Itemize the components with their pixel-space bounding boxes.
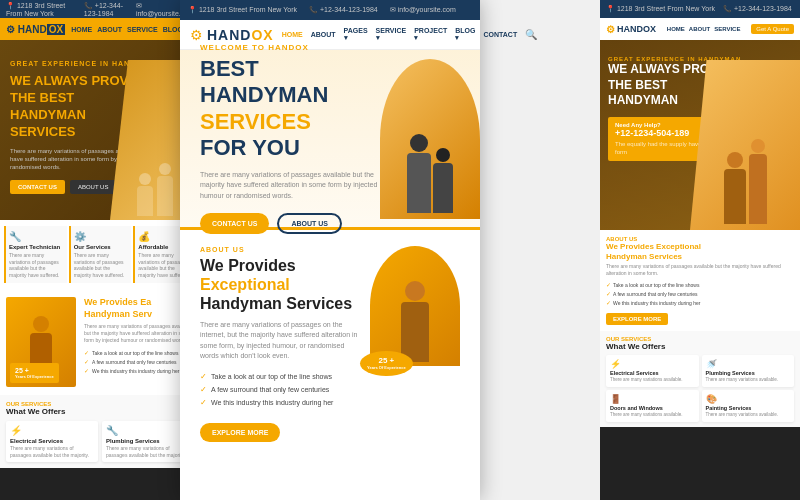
about-checklist-right: Take a look at our top of the line shows…	[606, 280, 794, 307]
nav-about-right[interactable]: ABOUT	[689, 26, 710, 32]
nav-links-right: HOME ABOUT SERVICE	[667, 26, 741, 32]
gear-icon-right: ⚙	[606, 24, 615, 35]
nav-links-center: HOME ABOUT PAGES ▾ SERVICE ▾ PROJECT ▾ B…	[282, 27, 538, 42]
feature-2-title-left: Our Services	[74, 244, 129, 250]
feature-1-desc-left: There are many variations of passages av…	[9, 252, 64, 278]
about-btn-left[interactable]: ABOUT US	[70, 180, 117, 194]
contact-btn-center[interactable]: CONTACT US	[200, 213, 269, 234]
nav-service-right[interactable]: SERVICE	[714, 26, 740, 32]
nav-service-left[interactable]: SERVICE	[127, 26, 158, 33]
contact-btn-left[interactable]: CONTACT US	[10, 180, 65, 194]
about-headline-right: We Provides Exceptional Handyman Service…	[606, 242, 794, 261]
nav-about-left[interactable]: ABOUT	[97, 26, 122, 33]
nav-bar-right: ⚙ HANDOX HOME ABOUT SERVICE Get A Quote	[600, 18, 800, 40]
feature-1-title-left: Expert Technician	[9, 244, 64, 250]
nav-home-center[interactable]: HOME	[282, 31, 303, 38]
top-bar-center: 📍 1218 3rd Street From New York 📞 +12-34…	[180, 0, 480, 20]
offers-grid-left: ⚡ Electrical Services There are many var…	[6, 421, 194, 462]
hero-workers-right	[690, 60, 800, 230]
nav-project-center[interactable]: PROJECT ▾	[414, 27, 447, 42]
about-desc-right: There are many variations of passages av…	[606, 263, 794, 277]
nav-service-center[interactable]: SERVICE ▾	[376, 27, 407, 42]
feature-2-desc-left: There are many variations of passages av…	[74, 252, 129, 278]
offer-2-title-left: Plumbing Services	[106, 438, 190, 444]
feature-2-left: ⚙️ Our Services There are many variation…	[69, 226, 132, 283]
experience-badge-left: 25 + Years Of Experience	[10, 363, 59, 383]
nav-contact-center[interactable]: CONTACT	[483, 31, 517, 38]
about-center: 25 + Years Of Experience ABOUT US We Pro…	[180, 230, 480, 458]
plumbing-icon-right: 🚿	[706, 359, 791, 369]
hero-left: GREAT EXPERIENCE IN HANDYMAN WE ALWAYS P…	[0, 40, 200, 220]
check-3-center: We this industry this industry during he…	[200, 396, 460, 409]
left-panel: 📍 1218 3rd Street From New York 📞 +12-34…	[0, 0, 200, 500]
check-1-center: Take a look at our top of the line shows	[200, 370, 360, 383]
gear-icon-left: ⚙️	[74, 231, 129, 242]
phone-left: 📞 +12-344-123-1984	[84, 2, 128, 17]
offer-4-title-right: Painting Services	[706, 405, 791, 411]
nav-bar-left: ⚙ HANDOX HOME ABOUT SERVICE BLOG	[0, 18, 200, 40]
about-btn-group-center: EXPLORE MORE	[200, 421, 460, 442]
nav-blog-center[interactable]: BLOG ▾	[455, 27, 475, 42]
offer-2-desc-right: There are many variations available.	[706, 377, 791, 383]
logo-left: ⚙ HANDOX	[6, 24, 65, 35]
top-bar-right: 📍 1218 3rd Street From New York 📞 +12-34…	[600, 0, 800, 18]
quote-btn-right[interactable]: Get A Quote	[751, 24, 794, 34]
experience-badge-center: 25 + Years Of Experience	[360, 351, 413, 376]
hero-text-center: WELCOME TO HANDOX BEST HANDYMAN SERVICES…	[200, 43, 380, 234]
about-worker-center: 25 + Years Of Experience	[370, 246, 460, 366]
nav-links-left: HOME ABOUT SERVICE BLOG	[71, 26, 183, 33]
address-right: 📍 1218 3rd Street From New York	[606, 5, 715, 13]
plumbing-icon-left: 🔧	[106, 425, 190, 436]
hero-btns-center: CONTACT US ABOUT US	[200, 213, 380, 234]
door-icon-right: 🚪	[610, 394, 695, 404]
about-checklist-center: Take a look at our top of the line shows…	[200, 370, 460, 409]
hero-right: GREAT EXPERIENCE IN HANDYMAN WE ALWAYS P…	[600, 40, 800, 230]
about-headline-left: We Provides Ea Handyman Serv	[84, 297, 194, 320]
electrical-icon-right: ⚡	[610, 359, 695, 369]
hero-image-center	[380, 59, 480, 219]
offer-3-title-right: Doors and Windows	[610, 405, 695, 411]
offers-grid-right: ⚡ Electrical Services There are many var…	[606, 355, 794, 422]
hero-desc-center: There are many variations of passages av…	[200, 170, 380, 202]
offer-2-title-right: Plumbing Services	[706, 370, 791, 376]
about-btn-center[interactable]: ABOUT US	[277, 213, 342, 234]
nav-home-left[interactable]: HOME	[71, 26, 92, 33]
offer-1-right: ⚡ Electrical Services There are many var…	[606, 355, 699, 387]
offers-left: OUR SERVICES What We Offers ⚡ Electrical…	[0, 395, 200, 468]
logo-right: ⚙ HANDOX	[606, 24, 656, 35]
check-3-right: We this industry this industry during he…	[606, 298, 794, 307]
nav-about-center[interactable]: ABOUT	[311, 31, 336, 38]
hero-headline-center: BEST HANDYMAN SERVICES FOR YOU	[200, 56, 380, 162]
nav-pages-center[interactable]: PAGES ▾	[344, 27, 368, 42]
offer-3-desc-right: There are many variations available.	[610, 412, 695, 418]
address-center: 📍 1218 3rd Street From New York	[188, 6, 297, 14]
email-center: ✉ info@yoursite.com	[390, 6, 456, 14]
hero-center: WELCOME TO HANDOX BEST HANDYMAN SERVICES…	[180, 50, 480, 230]
about-left: 25 + Years Of Experience We Provides Ea …	[0, 289, 200, 395]
about-content-right: ABOUT US We Provides Exceptional Handyma…	[606, 236, 794, 325]
offer-1-desc-left: There are many variations of passages av…	[10, 445, 94, 458]
about-text-left: We Provides Ea Handyman Serv There are m…	[84, 297, 194, 375]
gear-icon-center: ⚙	[190, 27, 203, 43]
check-3-left: We this industry this industry during he…	[84, 366, 194, 375]
welcome-tag-center: WELCOME TO HANDOX	[200, 43, 380, 52]
address-left: 📍 1218 3rd Street From New York	[6, 2, 76, 17]
explore-btn-right[interactable]: EXPLORE MORE	[606, 313, 668, 325]
brand-name-center: HANDOX	[207, 27, 274, 43]
explore-btn-center[interactable]: EXPLORE MORE	[200, 423, 280, 442]
offers-right: OUR SERVICES What We Offers ⚡ Electrical…	[600, 331, 800, 427]
check-1-left: Take a look at our top of the line shows	[84, 348, 194, 357]
about-right: ABOUT US We Provides Exceptional Handyma…	[600, 230, 800, 331]
check-2-left: A few surround that only few centuries	[84, 357, 194, 366]
offer-1-left: ⚡ Electrical Services There are many var…	[6, 421, 98, 462]
nav-home-right[interactable]: HOME	[667, 26, 685, 32]
about-desc-left: There are many variations of passages av…	[84, 323, 194, 344]
offers-title-right: What We Offers	[606, 342, 794, 351]
phone-center: 📞 +12-344-123-1984	[309, 6, 378, 14]
offer-2-desc-left: There are many variations of passages av…	[106, 445, 190, 458]
search-icon-center[interactable]: 🔍	[525, 29, 537, 40]
check-2-right: A few surround that only few centuries	[606, 289, 794, 298]
top-bar-left: 📍 1218 3rd Street From New York 📞 +12-34…	[0, 0, 200, 18]
electrical-icon-left: ⚡	[10, 425, 94, 436]
offer-1-title-right: Electrical Services	[610, 370, 695, 376]
